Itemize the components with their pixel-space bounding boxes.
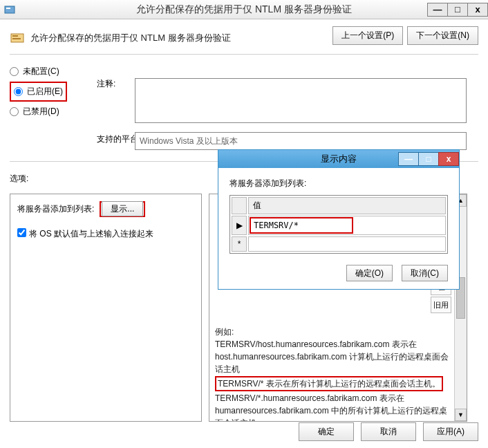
- highlight-value: [250, 217, 353, 234]
- dialog-title: 显示内容: [321, 153, 357, 165]
- value-input[interactable]: [251, 218, 350, 232]
- radio-not-configured[interactable]: 未配置(C): [10, 66, 86, 77]
- options-label: 选项:: [10, 173, 28, 185]
- svg-rect-1: [6, 8, 10, 9]
- app-icon: [4, 4, 15, 15]
- scroll-down-icon[interactable]: ▼: [455, 409, 467, 421]
- checkbox-label: 将 OS 默认值与上述输入连接起来: [29, 228, 153, 240]
- prev-setting-button[interactable]: 上一个设置(P): [332, 26, 403, 45]
- row-indicator-current: ▶: [232, 216, 247, 235]
- help-text: TERMSRV/*.humanresources.fabrikam.com 表示…: [215, 392, 451, 422]
- highlight-enabled: 已启用(E): [10, 82, 67, 102]
- show-button[interactable]: 显示...: [102, 201, 143, 216]
- highlight-show: 显示...: [100, 201, 145, 217]
- platform-value: Windows Vista 及以上版本: [135, 132, 467, 150]
- value-input[interactable]: [249, 237, 441, 251]
- radio-label: 已启用(E): [27, 86, 63, 97]
- radio-label: 未配置(C): [23, 66, 59, 77]
- help-example-label: 例如:: [215, 326, 451, 338]
- window-maximize-button[interactable]: □: [447, 3, 468, 17]
- cancel-button[interactable]: 取消: [361, 422, 416, 441]
- next-setting-button[interactable]: 下一个设置(N): [407, 26, 478, 45]
- grid-corner: [232, 197, 247, 214]
- radio-label: 已禁用(D): [23, 106, 59, 118]
- dialog-ok-button[interactable]: 确定(O): [346, 265, 393, 281]
- svg-rect-3: [12, 35, 18, 37]
- grid-header-value: 值: [248, 197, 446, 214]
- options-panel: 将服务器添加到列表: 显示... 将 OS 默认值与上述输入连接起来: [10, 194, 202, 422]
- table-row[interactable]: *: [232, 236, 446, 252]
- page-title: 允许分配保存的凭据用于仅 NTLM 服务器身份验证: [30, 32, 231, 44]
- apply-button[interactable]: 应用(A): [423, 422, 478, 441]
- policy-icon: [10, 30, 25, 46]
- window-close-button[interactable]: x: [467, 3, 488, 17]
- dialog-cancel-button[interactable]: 取消(C): [402, 265, 448, 281]
- platform-label: 支持的平台:: [97, 133, 140, 145]
- help-text: TERMSRV/host.humanresources.fabrikam.com…: [215, 338, 451, 375]
- svg-rect-0: [5, 6, 15, 13]
- dialog-maximize-button[interactable]: □: [418, 152, 439, 166]
- window-title: 允许分配保存的凭据用于仅 NTLM 服务器身份验证: [136, 3, 352, 16]
- svg-rect-4: [12, 38, 21, 39]
- dialog-minimize-button[interactable]: —: [398, 152, 419, 166]
- value-grid: 值 ▶ *: [229, 195, 448, 254]
- dialog-label: 将服务器添加到列表:: [229, 178, 448, 189]
- comments-label: 注释:: [97, 78, 115, 90]
- radio-disabled[interactable]: 已禁用(D): [10, 106, 86, 118]
- window-minimize-button[interactable]: —: [427, 3, 448, 17]
- show-contents-dialog: 显示内容 — □ x 将服务器添加到列表: 值 ▶ *: [218, 149, 460, 290]
- divider: [10, 54, 478, 55]
- help-text-highlight: TERMSRV/* 表示在所有计算机上运行的远程桌面会话主机。: [215, 376, 443, 391]
- table-row[interactable]: ▶: [232, 216, 446, 235]
- concat-os-defaults-checkbox[interactable]: [17, 228, 26, 237]
- row-indicator-new: *: [232, 236, 247, 252]
- ok-button[interactable]: 确定: [299, 422, 354, 441]
- dialog-titlebar: 显示内容 — □ x: [218, 150, 459, 168]
- dialog-close-button[interactable]: x: [438, 152, 459, 166]
- window-titlebar: 允许分配保存的凭据用于仅 NTLM 服务器身份验证 — □ x: [0, 0, 488, 19]
- cell: 旧用: [431, 297, 451, 313]
- comments-textarea[interactable]: [135, 78, 467, 123]
- add-servers-label: 将服务器添加到列表:: [17, 203, 94, 215]
- radio-enabled[interactable]: 已启用(E): [14, 86, 63, 97]
